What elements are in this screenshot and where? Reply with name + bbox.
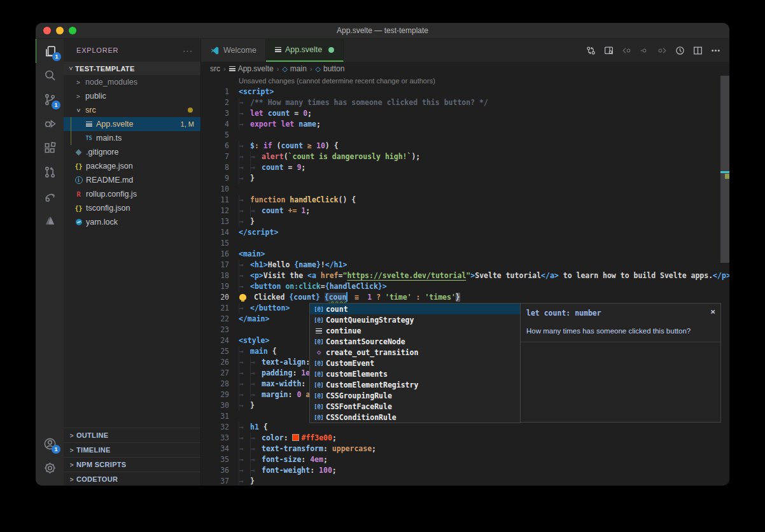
file-item-src[interactable]: >src	[64, 103, 200, 117]
code-line-20[interactable]: 20 Clicked {count} {coun ≡ 1 ? 'time' : …	[201, 292, 729, 303]
file-item-yarn.lock[interactable]: yarn.lock	[64, 215, 200, 229]
open-preview-button[interactable]	[601, 43, 616, 58]
code-line-37[interactable]: 37→}	[201, 476, 729, 486]
suggest-item-customElements[interactable]: [@]customElements	[310, 368, 520, 379]
svelte-file-icon	[229, 66, 235, 71]
file-item-rollup.config.js[interactable]: Rrollup.config.js	[64, 187, 200, 201]
workspace-root[interactable]: > TEST-TEMPLATE	[64, 62, 200, 75]
breadcrumb-item-src[interactable]: src	[210, 64, 220, 73]
suggest-item-ConstantSourceNode[interactable]: [@]ConstantSourceNode	[310, 336, 520, 347]
suggest-item-create_out_transition[interactable]: ◇create_out_transition	[310, 347, 520, 358]
explorer-more-actions[interactable]: ···	[183, 46, 193, 55]
sidebar-section-timeline[interactable]: >TIMELINE	[64, 442, 200, 457]
code-line-35[interactable]: 35→→font-size: 4em;	[201, 454, 729, 465]
suggest-item-CustomEvent[interactable]: [@]CustomEvent	[310, 358, 520, 368]
suggest-item-CSSFontFaceRule[interactable]: [@]CSSFontFaceRule	[310, 401, 520, 412]
sidebar-section-npm-scripts[interactable]: >NPM SCRIPTS	[64, 457, 200, 472]
code-line-15[interactable]: 15	[201, 238, 729, 249]
code-line-17[interactable]: 17→<h1>Hello {name}!</h1>	[201, 260, 729, 270]
code-line-36[interactable]: 36→→font-weight: 100;	[201, 465, 729, 476]
code-line-19[interactable]: 19→<button on:click={handleClick}>	[201, 281, 729, 292]
breadcrumb-separator: ›	[223, 65, 226, 73]
line-number: 7	[201, 151, 239, 162]
code-line-16[interactable]: 16<main>	[201, 249, 729, 260]
zoom-window-button[interactable]	[69, 27, 76, 34]
code-line-34[interactable]: 34→→text-transform: uppercase;	[201, 444, 729, 454]
color-swatch[interactable]	[293, 435, 298, 440]
navigate-back-button[interactable]	[619, 43, 634, 58]
timeline-button[interactable]	[672, 43, 687, 58]
close-window-button[interactable]	[43, 27, 51, 34]
symbol-keyword-icon	[312, 328, 326, 333]
gear-icon	[43, 461, 57, 475]
tab-welcome[interactable]: Welcome	[201, 39, 266, 62]
activity-azure[interactable]	[36, 208, 64, 232]
file-item-public[interactable]: >public	[64, 89, 200, 103]
code-line-13[interactable]: 13→}	[201, 216, 729, 227]
editor-scrollbar[interactable]	[720, 76, 729, 263]
compare-changes-button[interactable]	[583, 43, 598, 58]
breadcrumb-item-main[interactable]: ◇main	[282, 64, 306, 73]
file-item-package.json[interactable]: {}package.json	[64, 159, 200, 173]
suggest-details-body	[520, 342, 720, 422]
modified-dot-icon[interactable]	[328, 47, 334, 53]
activity-github-pr[interactable]	[36, 160, 64, 184]
breadcrumb-item-App.svelte[interactable]: App.svelte	[229, 64, 274, 73]
breadcrumb-item-button[interactable]: ◇button	[316, 64, 345, 73]
code-line-6[interactable]: 6→$: if (count ≥ 10) {	[201, 141, 729, 151]
suggest-item-continue[interactable]: continue	[310, 325, 520, 336]
code-line-3[interactable]: 3→let count = 0;	[201, 108, 729, 119]
navigate-location-button[interactable]	[636, 43, 652, 58]
file-item-README.md[interactable]: iREADME.md	[64, 173, 200, 187]
editor-toolbar	[583, 39, 729, 62]
suggest-item-CSSConditionRule[interactable]: [@]CSSConditionRule	[310, 412, 520, 423]
more-actions-button[interactable]	[708, 43, 723, 58]
file-item-tsconfig.json[interactable]: {}tsconfig.json	[64, 201, 200, 215]
minimize-window-button[interactable]	[56, 27, 64, 34]
file-item-App.svelte[interactable]: App.svelte1, M	[64, 117, 200, 131]
split-editor-button[interactable]	[690, 43, 705, 58]
code-line-1[interactable]: 1<script>	[201, 87, 729, 97]
close-icon[interactable]: ×	[710, 306, 715, 317]
code-line-5[interactable]: 5	[201, 130, 729, 141]
file-label: rollup.config.js	[86, 190, 137, 199]
suggest-item-CSSGroupingRule[interactable]: [@]CSSGroupingRule	[310, 390, 520, 401]
code-line-7[interactable]: 7→→alert(`count is dangerously high!`);	[201, 151, 729, 162]
activity-source-control[interactable]: 1	[36, 87, 64, 111]
tab-app-svelte[interactable]: App.svelte	[266, 39, 344, 62]
lightbulb-icon[interactable]	[239, 294, 246, 300]
navigate-forward-button[interactable]	[654, 43, 670, 58]
arrow-left-icon	[621, 45, 632, 56]
code-line-10[interactable]: 10	[201, 184, 729, 195]
code-line-18[interactable]: 18→<p>Visit the <a href="https://svelte.…	[201, 270, 729, 281]
code-line-2[interactable]: 2→/** How many times has someone clicked…	[201, 97, 729, 108]
code-line-11[interactable]: 11→function handleClick() {	[201, 195, 729, 206]
sidebar-section-outline[interactable]: >OUTLINE	[64, 428, 200, 442]
code-line-9[interactable]: 9→}	[201, 173, 729, 184]
activity-extensions[interactable]	[36, 136, 64, 160]
suggest-item-CountQueuingStrategy[interactable]: [@]CountQueuingStrategy	[310, 314, 520, 325]
activity-search[interactable]	[36, 63, 64, 87]
code-line-12[interactable]: 12→→count += 1;	[201, 206, 729, 216]
file-item-main.ts[interactable]: TSmain.ts	[64, 131, 200, 145]
code-line-4[interactable]: 4→export let name;	[201, 119, 729, 130]
search-icon	[43, 69, 57, 82]
file-item-node_modules[interactable]: >node_modules	[64, 75, 200, 89]
sidebar-section-codetour[interactable]: >CODETOUR	[64, 472, 200, 486]
suggest-item-CustomElementRegistry[interactable]: [@]CustomElementRegistry	[310, 379, 520, 390]
code-line-14[interactable]: 14</script>	[201, 227, 729, 238]
code-editor[interactable]: Unsaved changes (cannot determine recent…	[201, 76, 729, 486]
code-line-33[interactable]: 33→→color: #ff3e00;	[201, 433, 729, 444]
activity-live-share[interactable]	[36, 184, 64, 208]
chevron-down-icon: >	[75, 106, 82, 115]
activity-run-debug[interactable]	[36, 111, 64, 136]
suggest-item-count[interactable]: [@]count	[310, 304, 520, 314]
activity-explorer[interactable]: 1	[36, 39, 64, 63]
code-line-8[interactable]: 8→→count = 9;	[201, 162, 729, 173]
file-item-.gitignore[interactable]: .gitignore	[64, 145, 200, 159]
activity-accounts[interactable]: 1	[36, 431, 64, 456]
extensions-icon	[43, 141, 57, 155]
workspace-root-label: TEST-TEMPLATE	[75, 65, 135, 73]
code-line-32[interactable]: 32→h1 {	[201, 422, 729, 433]
activity-settings[interactable]	[36, 456, 64, 480]
